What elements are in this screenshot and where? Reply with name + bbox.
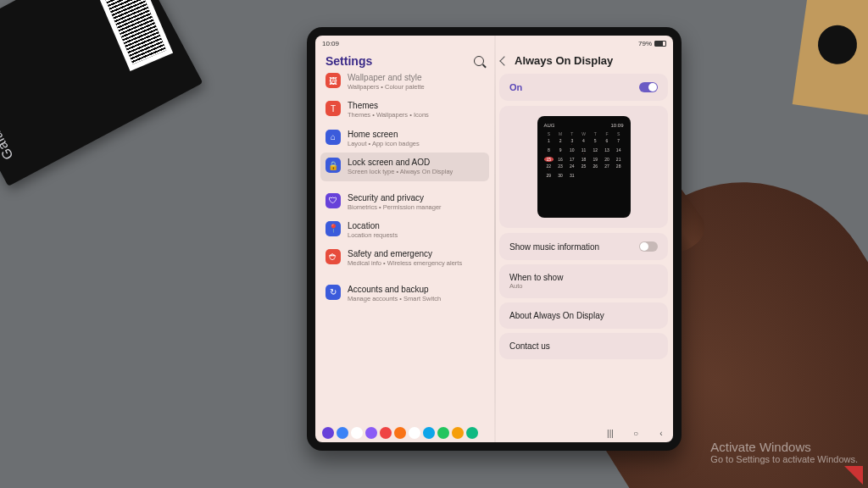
page-title: Settings [326,54,372,68]
dock-app[interactable] [423,427,435,439]
aod-toggle-card[interactable]: On [499,74,668,101]
back-icon[interactable] [499,56,509,65]
settings-item-icon: ⛑ [326,249,341,264]
settings-item-title: Lock screen and AOD [348,158,453,168]
device-frame: 10:09 79% Settings 🖼 Wallpaper and style… [307,27,682,451]
settings-item-icon: 🛡 [326,193,341,208]
aod-toggle[interactable] [639,82,658,92]
settings-item-icon: ↻ [326,285,341,300]
settings-item-icon: 🖼 [326,73,341,88]
settings-item-title: Home screen [348,130,420,140]
settings-item-sub: Manage accounts • Smart Switch [348,295,441,302]
product-box: Galaxy Z Fold6 [0,0,203,186]
settings-item-sub: Wallpapers • Colour palette [348,83,425,91]
settings-item-themes[interactable]: T Themes Themes • Wallpapers • Icons [320,96,489,124]
settings-item-accounts-and-backup[interactable]: ↻ Accounts and backup Manage accounts • … [320,280,489,308]
settings-item-wallpaper-and-style[interactable]: 🖼 Wallpaper and style Wallpapers • Colou… [320,68,489,96]
dock-app[interactable] [380,427,392,439]
settings-item-sub: Location requests [348,231,398,239]
box-label: Galaxy Z Fold6 [0,69,17,162]
settings-item-icon: 📍 [326,221,341,236]
music-toggle[interactable] [639,241,658,252]
about-aod-row[interactable]: About Always On Display [499,302,668,329]
recents-button[interactable]: ||| [605,429,615,438]
dock-app[interactable] [351,427,363,439]
settings-pane: Settings 🖼 Wallpaper and style Wallpaper… [315,51,494,424]
settings-list: 🖼 Wallpaper and style Wallpapers • Colou… [320,75,489,308]
detail-title: Always On Display [515,54,613,67]
settings-item-location[interactable]: 📍 Location Location requests [320,216,489,244]
settings-item-sub: Layout • App icon badges [348,140,420,147]
settings-item-title: Themes [348,101,429,111]
windows-watermark: Activate Windows Go to Settings to activ… [710,440,858,464]
app-dock[interactable] [322,427,478,439]
home-button[interactable]: ○ [631,429,641,438]
settings-item-title: Wallpaper and style [348,73,425,83]
status-time: 10:09 [322,40,339,47]
settings-item-lock-screen-and-aod[interactable]: 🔒 Lock screen and AOD Screen lock type •… [320,152,489,180]
dock-app[interactable] [437,427,449,439]
dock-app[interactable] [466,427,478,439]
dock-app[interactable] [452,427,464,439]
dock-app[interactable] [409,427,420,439]
settings-item-sub: Themes • Wallpapers • Icons [348,111,429,119]
wooden-block [793,0,868,115]
settings-item-title: Accounts and backup [348,285,441,295]
settings-item-icon: T [326,101,341,116]
search-icon[interactable] [474,56,484,66]
settings-item-title: Location [348,221,398,231]
music-info-row[interactable]: Show music information [499,233,668,260]
when-to-show-row[interactable]: When to show Auto [499,264,668,298]
settings-item-security-and-privacy[interactable]: 🛡 Security and privacy Biometrics • Perm… [320,188,489,216]
dock-app[interactable] [337,427,348,439]
back-button[interactable]: ‹ [656,429,666,438]
settings-item-icon: ⌂ [326,130,341,145]
dock-app[interactable] [365,427,377,439]
screen-fold [494,36,496,442]
settings-item-home-screen[interactable]: ⌂ Home screen Layout • App icon badges [320,125,489,152]
dock-app[interactable] [322,427,334,439]
settings-item-safety-and-emergency[interactable]: ⛑ Safety and emergency Medical info • Wi… [320,244,489,272]
aod-pane: Always On Display On AUG 10:09 SMTWTFS [494,51,673,424]
settings-item-icon: 🔒 [326,158,341,173]
battery-icon [654,41,666,47]
dock-app[interactable] [394,427,406,439]
settings-item-sub: Medical info • Wireless emergency alerts [348,259,462,267]
status-battery-pct: 79% [638,40,652,47]
settings-item-sub: Screen lock type • Always On Display [348,168,453,175]
aod-preview: AUG 10:09 SMTWTFS12345678910111213141516… [537,116,631,218]
barcode [97,0,173,71]
settings-item-title: Security and privacy [348,193,442,203]
contact-us-row[interactable]: Contact us [499,333,668,359]
aod-on-label: On [509,82,522,92]
settings-item-title: Safety and emergency [348,249,462,259]
settings-item-sub: Biometrics • Permission manager [348,203,442,211]
